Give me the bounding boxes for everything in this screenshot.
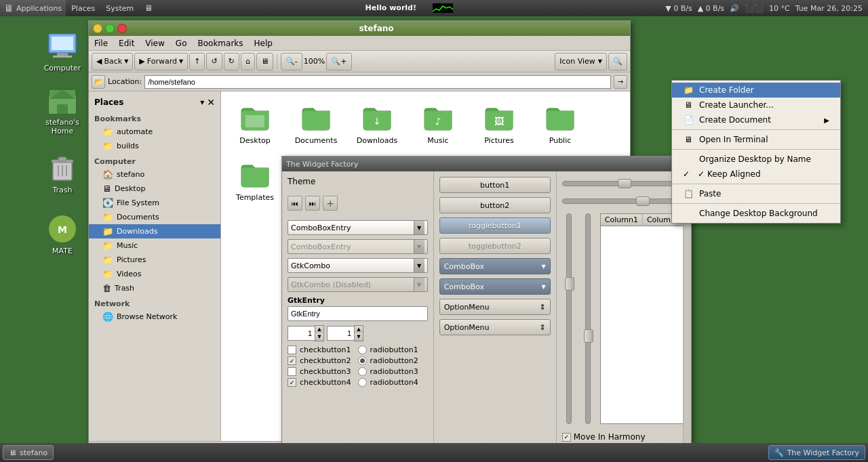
search-button[interactable]: 🔍: [608, 53, 627, 70]
radio-box-2[interactable]: [358, 356, 367, 365]
check-box-1[interactable]: [288, 345, 296, 354]
sidebar-item-downloads[interactable]: 📁 Downloads: [89, 224, 220, 238]
radio-box-3[interactable]: [358, 367, 367, 376]
ctx-keep-aligned[interactable]: ✓ ✓ Keep Aligned: [672, 167, 840, 182]
ctx-paste[interactable]: 📋 Paste: [672, 186, 840, 201]
view-selector[interactable]: Icon View ▼: [555, 53, 607, 70]
menu-edit[interactable]: Edit: [113, 37, 140, 49]
sidebar-item-stefano[interactable]: 🏠 stefano: [89, 167, 220, 182]
location-input[interactable]: [144, 75, 611, 89]
hslider2-track[interactable]: [562, 198, 686, 204]
file-item-desktop[interactable]: Desktop: [228, 98, 282, 148]
sidebar-item-automate[interactable]: 📁 automate: [89, 125, 220, 139]
ctx-create-document[interactable]: 📄 Create Document ▶: [672, 112, 840, 127]
zoom-out-button[interactable]: 🔍-: [281, 53, 302, 70]
terminal-icon[interactable]: 🖥: [139, 0, 158, 16]
combo-arrow-2-icon[interactable]: ▼: [414, 240, 425, 253]
zoom-in-button[interactable]: 🔍+: [326, 53, 351, 70]
menu-file[interactable]: File: [89, 37, 113, 49]
togglebutton2[interactable]: togglebutton2: [439, 238, 551, 254]
menu-help[interactable]: Help: [249, 37, 278, 49]
ctx-create-folder[interactable]: 📁 Create Folder: [672, 83, 840, 98]
desktop-icon-home[interactable]: stefano'sHome: [35, 81, 90, 138]
fm-wm-buttons[interactable]: [93, 24, 127, 33]
button1[interactable]: button1: [439, 177, 551, 193]
sidebar-item-trash[interactable]: 🗑 Trash: [89, 281, 220, 295]
maximize-button[interactable]: [105, 24, 115, 33]
file-item-music[interactable]: ♪ Music: [411, 98, 465, 148]
file-item-downloads[interactable]: ↓ Downloads: [350, 98, 404, 148]
ctx-organize[interactable]: Organize Desktop by Name: [672, 152, 840, 167]
checkbutton4[interactable]: ✓ checkbutton4: [288, 378, 351, 387]
spin-down-2[interactable]: ▼: [355, 333, 363, 341]
sidebar-item-builds[interactable]: 📁 builds: [89, 139, 220, 153]
places-menu[interactable]: Places: [66, 0, 100, 16]
hslider1[interactable]: [562, 177, 686, 190]
togglebutton1[interactable]: togglebutton1: [439, 217, 551, 234]
combo-arrow-icon[interactable]: ▼: [414, 221, 425, 234]
vslider2[interactable]: [581, 213, 595, 424]
location-go-button[interactable]: →: [614, 75, 627, 89]
combobox1[interactable]: ComboBox ▼: [439, 258, 551, 274]
computer-nav-button[interactable]: 🖥: [256, 53, 273, 70]
tree-view[interactable]: Column1 Column2: [600, 213, 686, 424]
gtk-entry-input[interactable]: [288, 306, 428, 321]
sidebar-item-network[interactable]: 🌐 Browse Network: [89, 310, 220, 324]
sidebar-toggle[interactable]: ▾: [200, 98, 204, 107]
forward-button[interactable]: ▶ Forward ▼: [134, 53, 188, 70]
sidebar-item-documents[interactable]: 📁 Documents: [89, 210, 220, 224]
spin-1[interactable]: ▲ ▼: [288, 325, 324, 341]
menu-go[interactable]: Go: [170, 37, 193, 49]
applications-menu[interactable]: 🖥 Applications: [0, 0, 66, 16]
system-menu[interactable]: System: [100, 0, 139, 16]
sidebar-item-pictures[interactable]: 📁 Pictures: [89, 253, 220, 267]
reload-button[interactable]: ↻: [224, 53, 239, 70]
combo-box-entry-2[interactable]: ComboBoxEntry ▼: [288, 239, 428, 254]
check-box-4[interactable]: ✓: [288, 378, 296, 387]
optionmenu2[interactable]: OptionMenu ⇕: [439, 319, 551, 335]
taskbar-bottom-widget-factory-btn[interactable]: 🔧 The Widget Factory: [768, 445, 865, 460]
vslider1-track[interactable]: [566, 213, 572, 424]
checkbutton1[interactable]: checkbutton1: [288, 345, 351, 354]
sidebar-close[interactable]: ✕: [207, 97, 215, 108]
hslider2-thumb[interactable]: [636, 196, 650, 206]
tree-col1[interactable]: Column1: [601, 214, 643, 226]
sidebar-item-music[interactable]: 📁 Music: [89, 238, 220, 253]
file-item-public[interactable]: Public: [533, 98, 587, 148]
nav-add-button[interactable]: +: [323, 196, 338, 211]
footer-check-box[interactable]: ✓: [562, 433, 571, 442]
vslider2-track[interactable]: [585, 213, 591, 424]
checkbutton3[interactable]: checkbutton3: [288, 367, 351, 376]
file-item-templates[interactable]: Templates: [228, 155, 282, 205]
vslider1-thumb[interactable]: [565, 277, 574, 291]
vslider2-thumb[interactable]: [584, 329, 593, 343]
ctx-create-launcher[interactable]: 🖥 Create Launcher...: [672, 98, 840, 112]
spin-2[interactable]: ▲ ▼: [327, 325, 363, 341]
reload-back-button[interactable]: ↺: [206, 53, 222, 70]
spin-up-1[interactable]: ▲: [315, 326, 323, 333]
checkbutton2[interactable]: ✓ checkbutton2: [288, 356, 351, 365]
spin-down-1[interactable]: ▼: [315, 333, 323, 341]
radio-box-1[interactable]: [358, 345, 367, 354]
ctx-open-terminal[interactable]: 🖥 Open In Terminal: [672, 132, 840, 147]
hslider2[interactable]: [562, 194, 686, 208]
ctx-change-background[interactable]: Change Desktop Background: [672, 206, 840, 221]
hslider1-track[interactable]: [562, 181, 686, 186]
sidebar-item-filesystem[interactable]: 💽 File System: [89, 196, 220, 210]
desktop-icon-trash[interactable]: Trash: [35, 149, 90, 197]
optionmenu1[interactable]: OptionMenu ⇕: [439, 299, 551, 315]
menu-view[interactable]: View: [140, 37, 170, 49]
minimize-button[interactable]: [93, 24, 102, 33]
up-button[interactable]: ↑: [189, 53, 205, 70]
hslider1-thumb[interactable]: [618, 179, 631, 188]
nav-next-button[interactable]: ⏭: [305, 196, 320, 211]
gtk-combo[interactable]: GtkCombo ▼: [288, 258, 428, 273]
sidebar-item-videos[interactable]: 📁 Videos: [89, 267, 220, 281]
forward-dropdown-icon[interactable]: ▼: [179, 58, 183, 64]
spin-input-1[interactable]: [288, 326, 315, 341]
radiobutton1[interactable]: radiobutton1: [358, 345, 418, 354]
nav-prev-button[interactable]: ⏮: [288, 196, 302, 211]
check-box-2[interactable]: ✓: [288, 356, 296, 365]
close-button[interactable]: [117, 24, 127, 33]
radiobutton2[interactable]: radiobutton2: [358, 356, 418, 365]
